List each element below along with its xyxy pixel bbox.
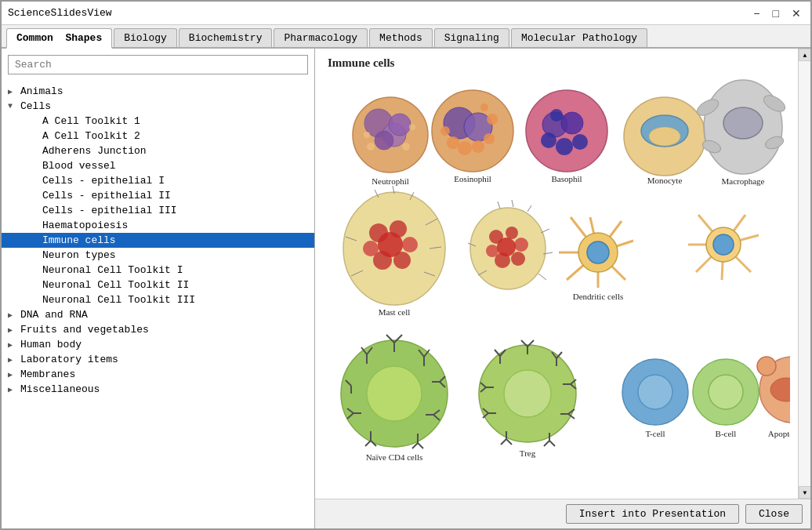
tree-label-cells: Cells (20, 100, 51, 112)
tree-item-neuronal-3[interactable]: Neuronal Cell Toolkit III (2, 292, 314, 307)
tree-item-fruits[interactable]: ▶ Fruits and vegetables (2, 322, 314, 337)
tree-item-neuronal-1[interactable]: Neuronal Cell Toolkit I (2, 263, 314, 278)
scroll-down-arrow[interactable]: ▼ (799, 486, 810, 499)
tree-item-cell-toolkit-1[interactable]: A Cell Toolkit 1 (2, 114, 314, 129)
tree-item-dna-rna[interactable]: ▶ DNA and RNA (2, 307, 314, 322)
svg-point-26 (572, 134, 588, 150)
tree-item-animals[interactable]: ▶ Animals (2, 84, 314, 99)
svg-point-64 (497, 238, 516, 256)
svg-point-123 (504, 370, 551, 417)
svg-point-14 (458, 141, 472, 155)
left-panel: ▶ Animals ▼ Cells A Cell Toolkit 1 A Cel… (2, 49, 315, 528)
svg-point-3 (375, 131, 393, 150)
search-input[interactable] (8, 55, 308, 74)
svg-point-4 (389, 114, 411, 136)
title-bar: ScienceSlidesView − □ ✕ (2, 2, 810, 25)
svg-text:Basophil: Basophil (551, 174, 582, 183)
close-button[interactable]: ✕ (788, 8, 804, 19)
tree-label-neuron-types: Neuron types (42, 249, 116, 261)
tree-item-miscellaneous[interactable]: ▶ Miscellaneous (2, 382, 314, 397)
tab-pharmacology[interactable]: Pharmacology (274, 28, 368, 47)
svg-point-60 (514, 238, 528, 252)
svg-point-15 (472, 140, 484, 153)
tree-container[interactable]: ▶ Animals ▼ Cells A Cell Toolkit 1 A Cel… (2, 81, 314, 528)
tree-item-cell-toolkit-2[interactable]: A Cell Toolkit 2 (2, 129, 314, 143)
tree-label-cell-toolkit-1: A Cell Toolkit 1 (42, 115, 140, 127)
svg-point-6 (402, 143, 410, 151)
section-title: Immune cells (328, 56, 798, 70)
svg-point-61 (511, 252, 525, 266)
svg-line-148 (544, 441, 549, 446)
svg-text:Mast cell: Mast cell (379, 307, 411, 317)
svg-point-27 (550, 109, 563, 122)
tree-label-haematopoiesis: Haematopoiesis (42, 220, 128, 231)
svg-point-13 (447, 136, 459, 149)
svg-point-94 (367, 366, 422, 421)
insert-button[interactable]: Insert into Presentation (566, 504, 739, 524)
svg-text:Treg: Treg (520, 448, 536, 458)
tree-label-laboratory: Laboratory items (20, 354, 118, 365)
svg-point-156 (709, 375, 743, 409)
bottom-bar: Insert into Presentation Close (315, 499, 810, 528)
tabs-bar: Common Shapes Biology Biochemistry Pharm… (2, 25, 810, 49)
svg-line-67 (527, 205, 531, 212)
tab-methods[interactable]: Methods (369, 28, 433, 47)
svg-line-119 (418, 443, 423, 448)
svg-point-43 (402, 237, 418, 252)
tree-item-epithelial-2[interactable]: Cells - epithelial II (2, 188, 314, 203)
svg-line-70 (538, 274, 546, 280)
tree-label-membranes: Membranes (20, 368, 75, 380)
svg-point-59 (506, 227, 518, 239)
tree-item-cells[interactable]: ▼ Cells (2, 99, 314, 114)
tree-label-fruits: Fruits and vegetables (20, 324, 149, 336)
tree-item-adherens[interactable]: Adherens Junction (2, 143, 314, 158)
svg-line-145 (501, 439, 506, 445)
image-area: Immune cells (315, 49, 810, 499)
scroll-up-arrow[interactable]: ▲ (799, 49, 810, 61)
tree-item-haematopoiesis[interactable]: Haematopoiesis (2, 218, 314, 233)
close-button-main[interactable]: Close (745, 504, 803, 524)
scroll-track (799, 61, 810, 486)
tab-molecular-pathology[interactable]: Molecular Pathology (511, 28, 647, 47)
svg-point-25 (556, 138, 573, 155)
svg-point-8 (364, 132, 370, 138)
tree-label-blood-vessel: Blood vessel (42, 160, 116, 172)
tree-item-neuronal-2[interactable]: Neuronal Cell Toolkit II (2, 278, 314, 292)
minimize-button[interactable]: − (750, 8, 763, 19)
tree-item-immune-cells[interactable]: Immune cells (2, 233, 314, 248)
tree-item-epithelial-3[interactable]: Cells - epithelial III (2, 203, 314, 218)
tree-label-neuronal-1: Neuronal Cell Toolkit I (42, 264, 183, 276)
svg-line-149 (549, 441, 555, 446)
tree-label-dna-rna: DNA and RNA (20, 309, 88, 321)
svg-text:Dendritic cells: Dendritic cells (573, 292, 623, 301)
tab-biochemistry[interactable]: Biochemistry (179, 28, 273, 47)
expand-icon-animals: ▶ (8, 87, 17, 96)
svg-text:Macrophage: Macrophage (722, 176, 765, 186)
tree-label-miscellaneous: Miscellaneous (20, 383, 100, 395)
main-window: ScienceSlidesView − □ ✕ Common Shapes Bi… (0, 0, 812, 530)
tree-label-human-body: Human body (20, 339, 82, 350)
right-scrollbar[interactable]: ▲ ▼ (798, 49, 810, 499)
tree-item-membranes[interactable]: ▶ Membranes (2, 367, 314, 382)
svg-text:Naïve CD4 cells: Naïve CD4 cells (366, 452, 423, 462)
tree-item-laboratory[interactable]: ▶ Laboratory items (2, 352, 314, 367)
tree-label-neuronal-3: Neuronal Cell Toolkit III (42, 294, 195, 306)
svg-point-31 (649, 127, 680, 146)
svg-point-63 (486, 245, 498, 257)
svg-point-47 (378, 232, 403, 257)
tree-item-human-body[interactable]: ▶ Human body (2, 337, 314, 352)
tab-common-shapes[interactable]: Common Shapes (6, 28, 112, 49)
tree-label-epithelial-2: Cells - epithelial II (42, 190, 171, 201)
svg-point-46 (363, 241, 379, 256)
svg-point-17 (440, 126, 450, 136)
maximize-button[interactable]: □ (770, 8, 782, 19)
svg-point-7 (409, 124, 415, 130)
tree-item-neuron-types[interactable]: Neuron types (2, 248, 314, 263)
tab-signaling[interactable]: Signaling (434, 28, 509, 47)
content-area: ▶ Animals ▼ Cells A Cell Toolkit 1 A Cel… (2, 49, 810, 528)
svg-line-115 (365, 441, 371, 446)
tree-item-epithelial-1[interactable]: Cells - epithelial I (2, 173, 314, 188)
svg-text:Monocyte: Monocyte (647, 176, 683, 185)
tab-biology[interactable]: Biology (114, 28, 177, 47)
tree-item-blood-vessel[interactable]: Blood vessel (2, 158, 314, 173)
